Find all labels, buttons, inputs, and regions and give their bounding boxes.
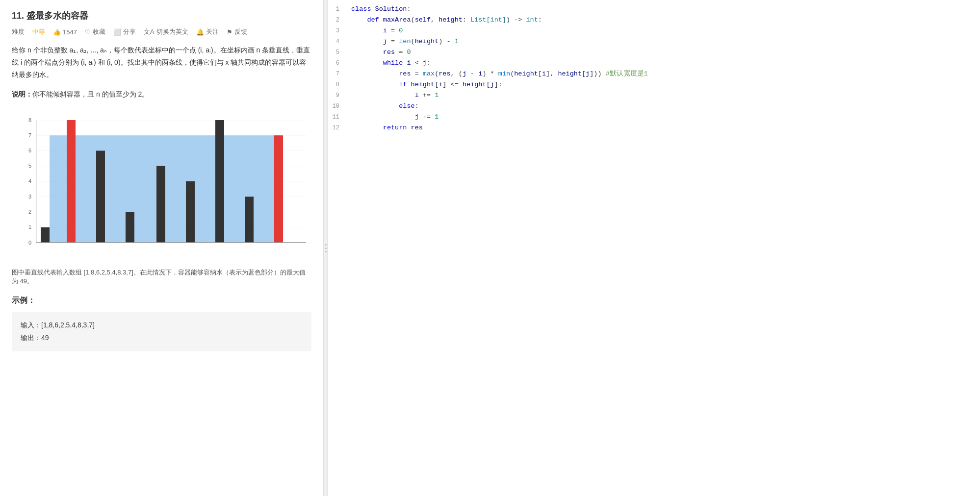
token-op: : — [463, 16, 470, 24]
likes-button[interactable]: 👍 1547 — [53, 28, 77, 36]
line-content: return res — [347, 123, 423, 133]
token-op: : — [538, 16, 542, 24]
token-builtin: max — [423, 70, 435, 77]
token-op — [351, 70, 399, 77]
token-type: List[int] — [470, 16, 506, 24]
token-var: i — [383, 27, 387, 34]
line-content: i = 0 — [347, 25, 403, 36]
token-op: -= — [419, 113, 435, 121]
line-content: def maxArea(self, height: List[int]) -> … — [347, 15, 542, 25]
problem-title-text: 盛最多水的容器 — [26, 11, 88, 21]
token-op: - — [466, 70, 478, 77]
feedback-button[interactable]: ⚑ 反馈 — [227, 27, 247, 36]
token-num: 0 — [407, 49, 411, 56]
token-kw: if — [399, 81, 411, 88]
line-number: 8 — [328, 80, 347, 90]
chart-caption: 图中垂直线代表输入数组 [1,8,6,2,5,4,8,3,7]。在此情况下，容器… — [12, 268, 311, 286]
token-kw: while — [383, 59, 407, 67]
code-line: 6 while i < j: — [328, 58, 980, 69]
line-number: 11 — [328, 113, 347, 122]
code-line: 8 if height[i] <= height[j]: — [328, 79, 980, 90]
token-num: 1 — [435, 92, 438, 99]
line-content: j = len(height) - 1 — [347, 36, 459, 47]
token-op: , ( — [451, 70, 463, 77]
panel-divider[interactable] — [324, 0, 328, 496]
thumbs-up-icon: 👍 — [53, 28, 61, 36]
line-content: if height[i] <= height[j]: — [347, 79, 502, 90]
token-op: ] <= — [442, 81, 463, 88]
token-fn: maxArea — [383, 16, 411, 24]
chart-svg: 0 1 2 3 4 5 6 7 8 — [12, 110, 316, 262]
token-op: ) * — [482, 70, 498, 77]
token-op: [ — [582, 70, 586, 77]
bar-7 — [245, 197, 254, 243]
share-button[interactable]: ⬜ 分享 — [113, 27, 136, 36]
input-value: [1,8,6,2,5,4,8,3,7] — [41, 321, 95, 329]
heart-icon: ♡ — [85, 28, 91, 36]
switch-lang-button[interactable]: 文A 切换为英文 — [144, 27, 188, 36]
bar-4 — [156, 166, 165, 243]
left-panel: 11. 盛最多水的容器 难度 中等 👍 1547 ♡ 收藏 ⬜ 分享 文A 切换… — [0, 0, 324, 496]
follow-label: 关注 — [206, 27, 219, 36]
code-line: 12 return res — [328, 123, 980, 133]
token-op: ])) — [590, 70, 601, 77]
token-var: j — [586, 70, 590, 77]
token-op: : — [427, 59, 431, 67]
code-area: 1class Solution:2 def maxArea(self, heig… — [328, 0, 980, 137]
bar-5 — [186, 181, 195, 243]
follow-button[interactable]: 🔔 关注 — [196, 27, 219, 36]
token-op — [351, 92, 415, 99]
token-num: 1 — [455, 38, 459, 45]
token-op — [351, 113, 415, 121]
token-op: ) - — [438, 38, 454, 45]
svg-text:3: 3 — [28, 194, 31, 199]
svg-text:7: 7 — [28, 132, 31, 138]
output-line: 输出：49 — [21, 331, 303, 345]
translate-icon: 文A — [144, 27, 155, 36]
token-op: = — [411, 70, 423, 77]
line-number: 4 — [328, 37, 347, 47]
divider-dot-3 — [325, 251, 327, 252]
code-line: 1class Solution: — [328, 4, 980, 15]
bar-8 — [274, 135, 283, 243]
token-var: height — [514, 70, 538, 77]
note-text: 说明：你不能倾斜容器，且 n 的值至少为 2。 — [12, 88, 311, 100]
token-op: = — [395, 49, 407, 56]
token-var: self — [415, 16, 431, 24]
svg-text:5: 5 — [28, 163, 31, 169]
token-var: j — [383, 38, 387, 45]
likes-count: 1547 — [63, 28, 77, 36]
example-section: 示例： 输入：[1,8,6,2,5,4,8,3,7] 输出：49 — [12, 296, 311, 351]
line-number: 10 — [328, 102, 347, 111]
token-var: res — [383, 49, 395, 56]
line-content: res = max(res, (j - i) * min(height[i], … — [347, 69, 648, 79]
collect-label: 收藏 — [93, 27, 105, 36]
line-number: 3 — [328, 26, 347, 36]
token-op: : — [407, 5, 411, 13]
bar-6 — [215, 120, 224, 243]
collect-button[interactable]: ♡ 收藏 — [85, 27, 105, 36]
line-content: res = 0 — [347, 47, 411, 58]
svg-text:8: 8 — [28, 117, 31, 123]
example-box: 输入：[1,8,6,2,5,4,8,3,7] 输出：49 — [12, 312, 311, 351]
code-line: 7 res = max(res, (j - i) * min(height[i]… — [328, 69, 980, 79]
switch-lang-label: 切换为英文 — [156, 27, 188, 36]
line-content: else: — [347, 101, 419, 112]
flag-icon: ⚑ — [227, 28, 232, 36]
line-number: 6 — [328, 59, 347, 68]
token-var: height — [438, 16, 463, 24]
token-op: ( — [411, 16, 415, 24]
token-op: = — [387, 27, 399, 34]
token-var: height — [558, 70, 582, 77]
token-var: i — [542, 70, 546, 77]
code-line: 3 i = 0 — [328, 25, 980, 36]
token-op: ( — [411, 38, 415, 45]
bell-icon: 🔔 — [196, 28, 204, 36]
svg-text:1: 1 — [28, 224, 31, 230]
right-panel: 1class Solution:2 def maxArea(self, heig… — [328, 0, 980, 496]
token-op — [351, 59, 383, 67]
code-line: 4 j = len(height) - 1 — [328, 36, 980, 47]
token-builtin: min — [498, 70, 510, 77]
token-kw: def — [351, 16, 383, 24]
token-var: i — [407, 59, 411, 67]
